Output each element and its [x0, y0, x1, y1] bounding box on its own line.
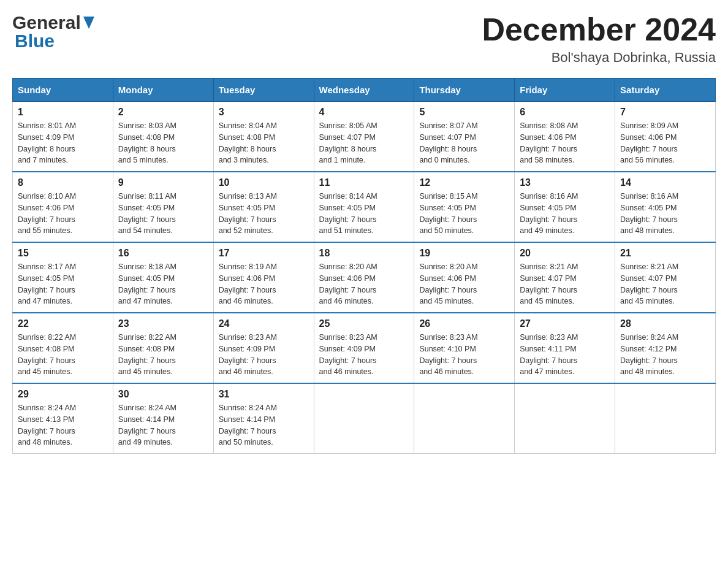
day-number: 5 [419, 107, 509, 118]
calendar-cell: 14 Sunrise: 8:16 AM Sunset: 4:05 PM Dayl… [615, 172, 716, 242]
calendar-cell: 2 Sunrise: 8:03 AM Sunset: 4:08 PM Dayli… [113, 102, 213, 172]
day-number: 3 [219, 107, 309, 118]
day-number: 10 [219, 177, 309, 188]
calendar-cell: 1 Sunrise: 8:01 AM Sunset: 4:09 PM Dayli… [13, 102, 113, 172]
logo: General Blue [12, 12, 94, 52]
day-number: 17 [219, 248, 309, 259]
day-number: 11 [319, 177, 409, 188]
day-info: Sunrise: 8:13 AM Sunset: 4:05 PM Dayligh… [219, 191, 309, 237]
day-number: 15 [18, 248, 108, 259]
calendar-cell: 30 Sunrise: 8:24 AM Sunset: 4:14 PM Dayl… [113, 383, 213, 454]
calendar-cell: 27 Sunrise: 8:23 AM Sunset: 4:11 PM Dayl… [515, 313, 615, 383]
location-title: Bol'shaya Dobrinka, Russia [482, 50, 716, 66]
page-header: General Blue December 2024 Bol'shaya Dob… [12, 12, 716, 66]
calendar-cell: 10 Sunrise: 8:13 AM Sunset: 4:05 PM Dayl… [213, 172, 314, 242]
calendar-table: SundayMondayTuesdayWednesdayThursdayFrid… [12, 78, 716, 454]
day-info: Sunrise: 8:23 AM Sunset: 4:09 PM Dayligh… [319, 332, 409, 378]
title-section: December 2024 Bol'shaya Dobrinka, Russia [482, 12, 716, 66]
calendar-week-row: 8 Sunrise: 8:10 AM Sunset: 4:06 PM Dayli… [13, 172, 716, 242]
calendar-cell [615, 383, 716, 454]
calendar-cell: 15 Sunrise: 8:17 AM Sunset: 4:05 PM Dayl… [13, 242, 113, 313]
day-number: 14 [620, 177, 710, 188]
day-number: 16 [118, 248, 208, 259]
calendar-cell: 8 Sunrise: 8:10 AM Sunset: 4:06 PM Dayli… [13, 172, 113, 242]
calendar-cell: 5 Sunrise: 8:07 AM Sunset: 4:07 PM Dayli… [414, 102, 515, 172]
calendar-cell: 26 Sunrise: 8:23 AM Sunset: 4:10 PM Dayl… [414, 313, 515, 383]
day-info: Sunrise: 8:04 AM Sunset: 4:08 PM Dayligh… [219, 120, 309, 166]
day-header-sunday: Sunday [13, 79, 113, 102]
logo-general-text: General [12, 12, 81, 33]
calendar-cell: 3 Sunrise: 8:04 AM Sunset: 4:08 PM Dayli… [213, 102, 314, 172]
day-header-tuesday: Tuesday [213, 79, 314, 102]
day-info: Sunrise: 8:01 AM Sunset: 4:09 PM Dayligh… [18, 120, 108, 166]
calendar-cell: 16 Sunrise: 8:18 AM Sunset: 4:05 PM Dayl… [113, 242, 213, 313]
calendar-cell: 19 Sunrise: 8:20 AM Sunset: 4:06 PM Dayl… [414, 242, 515, 313]
day-info: Sunrise: 8:24 AM Sunset: 4:12 PM Dayligh… [620, 332, 710, 378]
calendar-cell: 29 Sunrise: 8:24 AM Sunset: 4:13 PM Dayl… [13, 383, 113, 454]
calendar-cell: 13 Sunrise: 8:16 AM Sunset: 4:05 PM Dayl… [515, 172, 615, 242]
day-number: 24 [219, 318, 309, 329]
logo-blue-text: Blue [15, 31, 55, 52]
day-number: 19 [419, 248, 509, 259]
day-info: Sunrise: 8:10 AM Sunset: 4:06 PM Dayligh… [18, 191, 108, 237]
calendar-cell: 11 Sunrise: 8:14 AM Sunset: 4:05 PM Dayl… [314, 172, 414, 242]
day-number: 1 [18, 107, 108, 118]
month-title: December 2024 [482, 12, 716, 47]
day-info: Sunrise: 8:20 AM Sunset: 4:06 PM Dayligh… [319, 261, 409, 307]
calendar-week-row: 29 Sunrise: 8:24 AM Sunset: 4:13 PM Dayl… [13, 383, 716, 454]
day-number: 12 [419, 177, 509, 188]
calendar-week-row: 1 Sunrise: 8:01 AM Sunset: 4:09 PM Dayli… [13, 102, 716, 172]
day-info: Sunrise: 8:24 AM Sunset: 4:13 PM Dayligh… [18, 402, 108, 448]
calendar-cell: 20 Sunrise: 8:21 AM Sunset: 4:07 PM Dayl… [515, 242, 615, 313]
day-number: 8 [18, 177, 108, 188]
day-header-friday: Friday [515, 79, 615, 102]
calendar-cell [515, 383, 615, 454]
day-number: 30 [118, 389, 208, 400]
calendar-cell: 25 Sunrise: 8:23 AM Sunset: 4:09 PM Dayl… [314, 313, 414, 383]
day-header-wednesday: Wednesday [314, 79, 414, 102]
calendar-cell: 6 Sunrise: 8:08 AM Sunset: 4:06 PM Dayli… [515, 102, 615, 172]
day-number: 20 [520, 248, 610, 259]
day-number: 22 [18, 318, 108, 329]
calendar-week-row: 15 Sunrise: 8:17 AM Sunset: 4:05 PM Dayl… [13, 242, 716, 313]
calendar-cell: 18 Sunrise: 8:20 AM Sunset: 4:06 PM Dayl… [314, 242, 414, 313]
day-number: 21 [620, 248, 710, 259]
day-info: Sunrise: 8:21 AM Sunset: 4:07 PM Dayligh… [620, 261, 710, 307]
day-number: 7 [620, 107, 710, 118]
day-info: Sunrise: 8:07 AM Sunset: 4:07 PM Dayligh… [419, 120, 509, 166]
day-info: Sunrise: 8:05 AM Sunset: 4:07 PM Dayligh… [319, 120, 409, 166]
day-info: Sunrise: 8:22 AM Sunset: 4:08 PM Dayligh… [18, 332, 108, 378]
day-info: Sunrise: 8:14 AM Sunset: 4:05 PM Dayligh… [319, 191, 409, 237]
day-number: 2 [118, 107, 208, 118]
day-info: Sunrise: 8:24 AM Sunset: 4:14 PM Dayligh… [118, 402, 208, 448]
svg-marker-0 [83, 17, 94, 29]
logo-triangle-icon [83, 17, 94, 29]
calendar-cell: 9 Sunrise: 8:11 AM Sunset: 4:05 PM Dayli… [113, 172, 213, 242]
day-info: Sunrise: 8:16 AM Sunset: 4:05 PM Dayligh… [620, 191, 710, 237]
calendar-cell: 23 Sunrise: 8:22 AM Sunset: 4:08 PM Dayl… [113, 313, 213, 383]
day-info: Sunrise: 8:16 AM Sunset: 4:05 PM Dayligh… [520, 191, 610, 237]
calendar-cell: 22 Sunrise: 8:22 AM Sunset: 4:08 PM Dayl… [13, 313, 113, 383]
calendar-cell: 7 Sunrise: 8:09 AM Sunset: 4:06 PM Dayli… [615, 102, 716, 172]
day-info: Sunrise: 8:19 AM Sunset: 4:06 PM Dayligh… [219, 261, 309, 307]
day-info: Sunrise: 8:23 AM Sunset: 4:11 PM Dayligh… [520, 332, 610, 378]
day-info: Sunrise: 8:08 AM Sunset: 4:06 PM Dayligh… [520, 120, 610, 166]
day-number: 25 [319, 318, 409, 329]
day-number: 31 [219, 389, 309, 400]
calendar-cell: 24 Sunrise: 8:23 AM Sunset: 4:09 PM Dayl… [213, 313, 314, 383]
day-header-saturday: Saturday [615, 79, 716, 102]
day-number: 29 [18, 389, 108, 400]
day-info: Sunrise: 8:24 AM Sunset: 4:14 PM Dayligh… [219, 402, 309, 448]
day-info: Sunrise: 8:20 AM Sunset: 4:06 PM Dayligh… [419, 261, 509, 307]
day-number: 4 [319, 107, 409, 118]
day-info: Sunrise: 8:22 AM Sunset: 4:08 PM Dayligh… [118, 332, 208, 378]
calendar-cell: 28 Sunrise: 8:24 AM Sunset: 4:12 PM Dayl… [615, 313, 716, 383]
day-info: Sunrise: 8:23 AM Sunset: 4:09 PM Dayligh… [219, 332, 309, 378]
day-number: 23 [118, 318, 208, 329]
calendar-header-row: SundayMondayTuesdayWednesdayThursdayFrid… [13, 79, 716, 102]
day-number: 6 [520, 107, 610, 118]
day-info: Sunrise: 8:11 AM Sunset: 4:05 PM Dayligh… [118, 191, 208, 237]
calendar-cell: 21 Sunrise: 8:21 AM Sunset: 4:07 PM Dayl… [615, 242, 716, 313]
calendar-cell [414, 383, 515, 454]
day-header-thursday: Thursday [414, 79, 515, 102]
